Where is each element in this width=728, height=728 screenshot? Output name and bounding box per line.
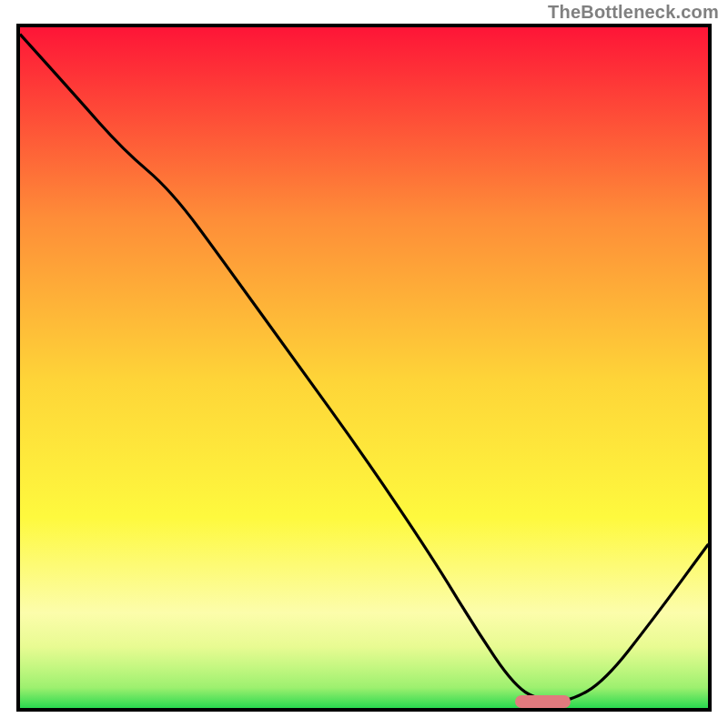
chart-root: TheBottleneck.com — [0, 0, 728, 728]
plot-frame — [16, 24, 712, 712]
watermark-text: TheBottleneck.com — [548, 2, 719, 23]
bottleneck-curve — [20, 35, 708, 702]
optimal-range-marker — [515, 695, 570, 708]
curve-layer — [20, 27, 708, 708]
